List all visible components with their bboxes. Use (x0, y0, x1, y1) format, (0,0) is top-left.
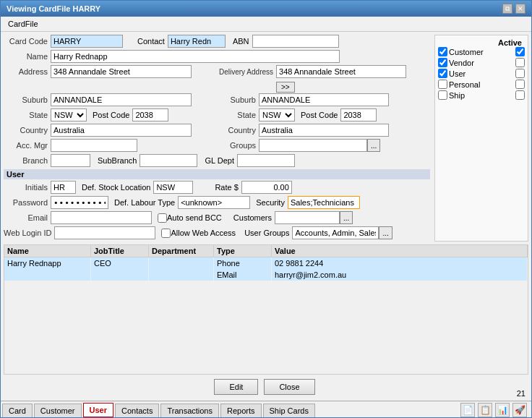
card-code-label: Card Code (4, 37, 51, 46)
cell-dept-1 (149, 269, 214, 281)
tab-customer[interactable]: Customer (34, 404, 82, 417)
tab-reports[interactable]: Reports (220, 404, 262, 417)
tab-icon-2[interactable]: 📋 (478, 403, 492, 417)
suburb-del-label: Suburb (219, 95, 259, 104)
web-login-input[interactable] (54, 226, 155, 239)
card-code-row: Card Code Contact ABN (4, 35, 430, 48)
personal-checkbox-row: Personal (438, 80, 525, 89)
form-area: Card Code Contact ABN Name Address (4, 35, 528, 242)
table-row[interactable]: Harry Rednapp CEO Phone 02 9881 2244 (4, 257, 528, 269)
personal-checkbox[interactable] (438, 80, 447, 89)
tab-ship-cards[interactable]: Ship Cards (263, 404, 315, 417)
gl-dept-input[interactable] (237, 154, 295, 167)
tab-user[interactable]: User (83, 403, 113, 417)
tab-customer-label: Customer (40, 406, 75, 415)
initials-input[interactable] (51, 181, 76, 194)
accmgr-input[interactable] (51, 139, 137, 152)
tab-icon-3[interactable]: 📊 (495, 403, 510, 417)
rate-input[interactable] (241, 181, 292, 194)
edit-button[interactable]: Edit (214, 379, 258, 395)
user-section-header: User (4, 169, 430, 179)
tab-icon-1[interactable]: 📄 (460, 403, 475, 417)
user-groups-dots-button[interactable]: ... (379, 226, 392, 239)
postcode-del-input[interactable] (340, 108, 377, 121)
state-select[interactable]: NSW (51, 108, 87, 121)
customer-active-checkbox[interactable] (515, 47, 525, 56)
security-label: Security (256, 198, 285, 207)
contact-input[interactable] (168, 35, 226, 48)
cell-name-1 (4, 269, 91, 281)
active-header: Active (438, 38, 525, 47)
user-checkbox[interactable] (438, 69, 447, 78)
customer-checkbox-label: Customer (449, 48, 515, 56)
tab-transactions[interactable]: Transactions (160, 404, 219, 417)
contacts-table: Name JobTitle Department Type Value Harr… (4, 244, 528, 375)
suburb-input[interactable] (51, 93, 192, 106)
postcode-input[interactable] (132, 108, 168, 121)
user-groups-input[interactable] (292, 226, 379, 239)
def-labour-input[interactable] (178, 196, 250, 209)
groups-input[interactable] (259, 139, 367, 152)
personal-checkbox-label: Personal (449, 80, 515, 89)
delivery-address-label: Delivery Address (219, 68, 276, 76)
abn-input[interactable] (252, 35, 339, 48)
col-value: Value (272, 245, 528, 257)
email-label: Email (4, 213, 51, 222)
col-department: Department (149, 245, 214, 257)
state-area: State NSW Post Code State NSW Post Code (4, 108, 430, 124)
tab-bar: Card Customer User Contacts Transactions… (1, 401, 531, 417)
copy-address-button[interactable]: >> (276, 82, 295, 93)
restore-button[interactable]: ⧉ (502, 4, 512, 14)
web-login-label: Web Login ID (4, 229, 54, 237)
tab-icon-4[interactable]: 🚀 (512, 403, 527, 417)
cell-jobtitle-1 (91, 269, 149, 281)
customer-checkbox[interactable] (438, 47, 447, 56)
table-header: Name JobTitle Department Type Value (4, 245, 528, 257)
address-label: Address (4, 67, 51, 76)
close-button[interactable]: ✕ (515, 4, 525, 14)
country-right: Country (219, 124, 430, 139)
tab-card-label: Card (9, 406, 26, 415)
ship-checkbox[interactable] (438, 90, 447, 100)
address-input[interactable] (51, 65, 192, 78)
name-label: Name (4, 52, 51, 61)
subbranch-input[interactable] (140, 154, 197, 167)
tab-card[interactable]: Card (2, 404, 33, 417)
state-del-select[interactable]: NSW (259, 108, 295, 121)
auto-send-bcc-checkbox[interactable] (158, 213, 167, 223)
card-code-input[interactable] (51, 35, 123, 48)
customers-dots-button[interactable]: ... (340, 211, 353, 224)
close-button-main[interactable]: Close (264, 379, 314, 395)
country-left: Country (4, 124, 215, 139)
security-input[interactable] (288, 196, 360, 209)
personal-active-checkbox[interactable] (515, 80, 525, 89)
email-input[interactable] (51, 211, 152, 224)
vendor-checkbox[interactable] (438, 58, 447, 67)
country-del-input[interactable] (259, 124, 389, 137)
delivery-address-input[interactable] (276, 65, 406, 78)
web-login-row: Web Login ID Allow Web Access User Group… (4, 226, 430, 239)
user-active-checkbox[interactable] (515, 69, 525, 78)
subbranch-label: SubBranch (98, 156, 137, 165)
cell-dept-0 (149, 257, 214, 269)
name-input[interactable] (51, 50, 340, 63)
cell-jobtitle-0: CEO (91, 257, 149, 269)
table-row[interactable]: EMail harryr@jim2.com.au (4, 269, 528, 281)
title-bar-controls: ⧉ ✕ (502, 4, 525, 14)
password-input[interactable] (51, 196, 108, 209)
def-stock-input[interactable] (153, 181, 193, 194)
address-row: Address (4, 65, 215, 78)
menu-cardfile[interactable]: CardFile (4, 18, 43, 30)
menu-bar: CardFile (1, 17, 531, 32)
allow-web-access-checkbox[interactable] (161, 229, 171, 238)
branch-input[interactable] (51, 154, 90, 167)
suburb-del-input[interactable] (259, 93, 389, 106)
tab-contacts[interactable]: Contacts (115, 404, 159, 417)
ship-active-checkbox[interactable] (515, 90, 525, 100)
customers-input[interactable] (275, 211, 340, 224)
groups-dots-button[interactable]: ... (367, 139, 380, 152)
initials-label: Initials (4, 183, 51, 192)
country-input[interactable] (51, 124, 192, 137)
vendor-active-checkbox[interactable] (515, 58, 525, 67)
customer-checkbox-row: Customer (438, 47, 525, 56)
